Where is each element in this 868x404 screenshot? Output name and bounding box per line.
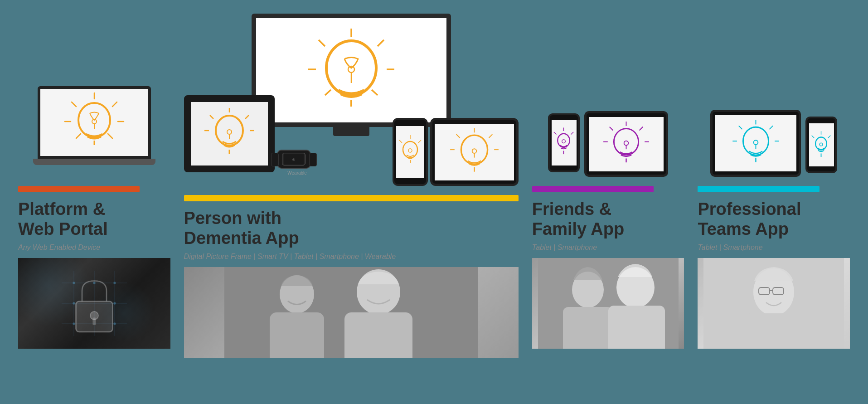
family-tablet-screen <box>589 117 664 171</box>
prof-phone-bulb <box>810 125 833 165</box>
platform-bottom-image <box>18 258 170 349</box>
svg-rect-86 <box>563 307 613 349</box>
svg-line-101 <box>828 135 831 138</box>
professional-title: Professional Teams App <box>698 200 801 239</box>
svg-point-36 <box>348 66 354 73</box>
svg-rect-88 <box>608 306 665 349</box>
svg-line-92 <box>770 126 773 129</box>
laptop-device <box>33 86 155 177</box>
bulb-svg-orange <box>49 86 140 159</box>
dementia-devices: ◎ Wearable <box>184 14 519 186</box>
svg-line-78 <box>640 127 643 130</box>
professional-tablet <box>710 110 801 177</box>
svg-point-98 <box>815 137 827 150</box>
svg-point-75 <box>614 128 639 155</box>
svg-point-69 <box>558 133 569 147</box>
svg-point-38 <box>216 116 243 146</box>
svg-point-49 <box>403 141 417 158</box>
professional-smartphone <box>805 117 837 173</box>
platform-color-bar <box>18 186 140 192</box>
svg-line-32 <box>319 40 325 46</box>
family-smartphone <box>548 113 580 172</box>
platform-subtitle: Any Web Enabled Device <box>18 243 100 252</box>
smartphone-col2 <box>393 118 428 186</box>
svg-point-96 <box>754 140 758 145</box>
tv-stand <box>333 127 369 136</box>
professional-person-svg <box>703 258 844 349</box>
professional-color-bar <box>698 186 819 192</box>
family-tablet <box>584 111 668 177</box>
family-title: Friends & Family App <box>532 200 624 239</box>
svg-line-72 <box>571 131 574 134</box>
platform-title: Platform & Web Portal <box>18 200 108 239</box>
svg-line-73 <box>554 131 557 134</box>
professional-phone-screen <box>809 123 834 166</box>
dementia-people-svg <box>224 267 478 358</box>
svg-line-80 <box>610 127 613 130</box>
svg-rect-106 <box>744 313 803 349</box>
column-family: Friends & Family App Tablet | Smartphone <box>532 14 684 349</box>
family-phone-bulb <box>552 122 576 165</box>
svg-line-41 <box>245 115 249 119</box>
svg-line-94 <box>739 126 742 129</box>
svg-rect-66 <box>270 312 324 358</box>
device-area-laptop <box>18 14 170 177</box>
professional-tablet-screen <box>715 115 796 171</box>
wearable-label: Wearable <box>277 170 318 175</box>
family-bottom-image <box>532 258 684 349</box>
svg-line-43 <box>210 115 213 119</box>
circuit-background <box>18 258 170 349</box>
svg-line-30 <box>378 40 384 46</box>
laptop-base <box>33 159 155 165</box>
svg-point-103 <box>820 143 823 146</box>
page-container: Platform & Web Portal Any Web Enabled De… <box>0 0 868 404</box>
family-tablet-bulb <box>591 119 661 170</box>
svg-line-35 <box>325 90 331 95</box>
wearable-device: ◎ Wearable <box>277 150 318 177</box>
svg-point-82 <box>624 141 629 145</box>
professional-subtitle: Tablet | Smartphone <box>698 243 762 252</box>
tablet2-bulb-svg <box>437 125 512 179</box>
svg-point-54 <box>408 149 412 152</box>
column-professional: Professional Teams App Tablet | Smartpho… <box>698 14 850 349</box>
svg-point-74 <box>562 139 566 143</box>
dementia-color-bar <box>184 195 519 201</box>
family-subtitle: Tablet | Smartphone <box>532 243 597 252</box>
svg-line-102 <box>812 135 815 138</box>
frame-bulb-svg <box>195 104 263 163</box>
svg-line-7 <box>108 134 112 138</box>
svg-point-89 <box>743 127 769 155</box>
svg-line-52 <box>418 140 421 143</box>
prof-tablet-bulb <box>717 117 794 170</box>
column-platform: Platform & Web Portal Any Web Enabled De… <box>18 14 170 349</box>
svg-line-58 <box>489 134 492 138</box>
svg-point-55 <box>461 135 487 164</box>
dementia-title: Person with Dementia App <box>184 209 299 248</box>
family-people-svg <box>538 258 679 349</box>
family-color-bar <box>532 186 654 192</box>
svg-rect-68 <box>344 312 412 358</box>
svg-point-62 <box>472 149 476 153</box>
professional-devices <box>698 14 850 177</box>
column-dementia: ◎ Wearable <box>184 14 519 358</box>
tv-bulb-svg <box>265 20 437 120</box>
digital-picture-frame <box>184 95 275 172</box>
family-phone-screen <box>552 120 577 165</box>
tablet-col2 <box>430 118 519 186</box>
frame-screen <box>191 102 268 165</box>
laptop-screen <box>38 86 151 159</box>
svg-line-53 <box>399 140 402 143</box>
wearable-screen-content: ◎ <box>283 154 305 165</box>
svg-line-8 <box>76 134 81 138</box>
svg-line-3 <box>112 102 117 107</box>
dementia-subtitle: Digital Picture Frame | Smart TV | Table… <box>184 253 396 261</box>
svg-text:◎: ◎ <box>292 158 295 161</box>
svg-point-45 <box>227 130 232 134</box>
family-devices <box>532 14 684 177</box>
phone2-bulb-svg <box>397 127 424 177</box>
tv-screen <box>252 14 451 127</box>
svg-line-34 <box>372 90 378 95</box>
professional-bottom-image <box>698 258 850 349</box>
svg-line-5 <box>72 102 76 107</box>
dementia-bottom-image <box>184 267 519 358</box>
